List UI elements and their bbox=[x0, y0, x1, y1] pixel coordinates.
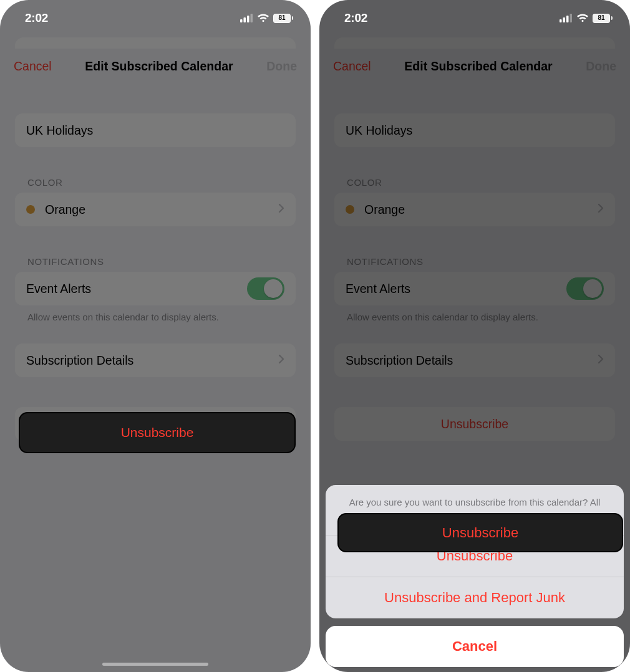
home-indicator bbox=[102, 663, 208, 666]
color-row[interactable]: Orange bbox=[15, 193, 296, 226]
cancel-button[interactable]: Cancel bbox=[14, 59, 52, 74]
svg-rect-6 bbox=[566, 16, 569, 22]
color-row[interactable]: Orange bbox=[334, 193, 615, 226]
event-alerts-toggle[interactable] bbox=[247, 277, 284, 300]
svg-rect-2 bbox=[247, 16, 250, 22]
sheet-title: Edit Subscribed Calendar bbox=[85, 59, 233, 74]
home-indicator bbox=[422, 663, 528, 666]
subscription-details-label: Subscription Details bbox=[26, 353, 133, 368]
action-sheet-report-junk-button[interactable]: Unsubscribe and Report Junk bbox=[326, 577, 624, 618]
toggle-knob bbox=[264, 279, 283, 298]
color-section-header: COLOR bbox=[347, 177, 615, 188]
edit-calendar-sheet: Cancel Edit Subscribed Calendar Done UK … bbox=[0, 49, 311, 672]
svg-rect-3 bbox=[251, 14, 253, 22]
notifications-section-header: NOTIFICATIONS bbox=[27, 256, 296, 267]
sheet-nav: Cancel Edit Subscribed Calendar Done bbox=[0, 49, 311, 84]
event-alerts-row: Event Alerts bbox=[15, 272, 296, 305]
subscription-details-row[interactable]: Subscription Details bbox=[334, 343, 615, 377]
subscription-details-row[interactable]: Subscription Details bbox=[15, 343, 296, 377]
battery-percent: 81 bbox=[278, 15, 285, 21]
subscription-details-label: Subscription Details bbox=[346, 353, 453, 368]
calendar-name-field[interactable]: UK Holidays bbox=[334, 113, 615, 147]
color-name: Orange bbox=[45, 203, 85, 217]
cellular-signal-icon bbox=[560, 14, 573, 22]
battery-icon: 81 bbox=[273, 14, 293, 23]
event-alerts-label: Event Alerts bbox=[26, 282, 91, 296]
chevron-right-icon bbox=[278, 203, 284, 216]
chevron-right-icon bbox=[598, 354, 604, 367]
calendar-name-value: UK Holidays bbox=[346, 123, 412, 138]
unsubscribe-button[interactable]: Unsubscribe bbox=[334, 407, 615, 441]
toggle-knob bbox=[583, 279, 602, 298]
wifi-icon bbox=[576, 14, 589, 22]
chevron-right-icon bbox=[598, 203, 604, 216]
svg-rect-0 bbox=[240, 19, 243, 22]
phone-left: Cancel Edit Subscribed Calendar Done UK … bbox=[0, 0, 311, 672]
wifi-icon bbox=[257, 14, 269, 22]
event-alerts-hint: Allow events on this calendar to display… bbox=[27, 312, 296, 322]
action-sheet-unsubscribe-highlight[interactable]: Unsubscribe bbox=[337, 513, 623, 552]
sheet-title: Edit Subscribed Calendar bbox=[404, 59, 552, 74]
calendar-name-field[interactable]: UK Holidays bbox=[15, 113, 296, 147]
svg-rect-7 bbox=[570, 14, 573, 22]
chevron-right-icon bbox=[278, 354, 284, 367]
done-button[interactable]: Done bbox=[586, 59, 616, 74]
event-alerts-label: Event Alerts bbox=[346, 282, 410, 296]
unsubscribe-highlight-label: Unsubscribe bbox=[121, 425, 194, 440]
status-time: 2:02 bbox=[344, 11, 367, 25]
battery-percent: 81 bbox=[598, 15, 604, 21]
phone-right: Cancel Edit Subscribed Calendar Done UK … bbox=[319, 0, 630, 672]
status-bar: 2:02 81 bbox=[0, 0, 311, 36]
sheet-nav: Cancel Edit Subscribed Calendar Done bbox=[319, 49, 630, 84]
event-alerts-row: Event Alerts bbox=[334, 272, 615, 305]
status-bar: 2:02 81 bbox=[319, 0, 630, 36]
notifications-section-header: NOTIFICATIONS bbox=[347, 256, 615, 267]
svg-rect-1 bbox=[244, 17, 246, 22]
svg-rect-5 bbox=[563, 17, 566, 22]
color-name: Orange bbox=[364, 203, 405, 217]
event-alerts-toggle[interactable] bbox=[566, 277, 604, 300]
action-sheet: Are you sure you want to unsubscribe fro… bbox=[326, 485, 624, 668]
color-swatch-icon bbox=[346, 205, 354, 214]
action-sheet-cancel-button[interactable]: Cancel bbox=[326, 626, 624, 667]
unsubscribe-highlight[interactable]: Unsubscribe bbox=[19, 412, 296, 453]
done-button[interactable]: Done bbox=[266, 59, 297, 74]
color-swatch-icon bbox=[26, 205, 35, 214]
battery-icon: 81 bbox=[593, 14, 613, 23]
event-alerts-hint: Allow events on this calendar to display… bbox=[347, 312, 615, 322]
calendar-name-value: UK Holidays bbox=[26, 123, 93, 138]
status-time: 2:02 bbox=[25, 11, 48, 25]
svg-rect-4 bbox=[560, 19, 562, 22]
unsubscribe-label: Unsubscribe bbox=[441, 417, 508, 431]
cellular-signal-icon bbox=[240, 14, 253, 22]
action-sheet-unsubscribe-highlight-label: Unsubscribe bbox=[442, 525, 518, 541]
cancel-button[interactable]: Cancel bbox=[333, 59, 371, 74]
color-section-header: COLOR bbox=[27, 177, 296, 188]
